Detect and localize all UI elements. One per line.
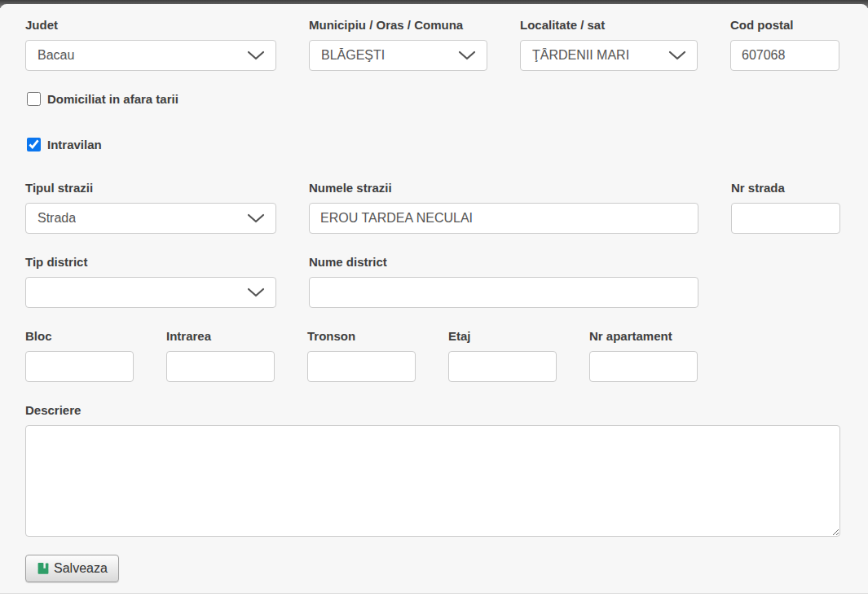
etaj-field: Etaj [448,329,557,382]
nr-apartament-input[interactable] [589,351,698,382]
localitate-field: Localitate / sat ŢÂRDENII MARI [520,18,698,71]
descriere-field: Descriere [25,403,840,537]
numele-strazii-input[interactable] [309,203,698,234]
tipul-strazii-select[interactable]: Strada [25,203,276,234]
chevron-down-icon [668,50,686,60]
district-row: Tip district Nume district [25,255,840,308]
nr-apartament-label: Nr apartament [589,329,698,343]
domiciliat-label: Domiciliat in afara tarii [47,92,178,106]
etaj-input[interactable] [448,351,557,382]
nume-district-label: Nume district [309,255,698,269]
location-row: Judet Bacau Municipiu / Oras / Comuna BL… [25,18,840,71]
tronson-field: Tronson [307,329,416,382]
numele-strazii-label: Numele strazii [309,181,698,195]
save-floppy-icon [37,562,50,575]
nume-district-input[interactable] [309,277,698,308]
cod-postal-label: Cod postal [730,18,839,32]
building-row: Bloc Intrarea Tronson Etaj Nr apartament [25,329,840,382]
tip-district-select[interactable] [25,277,276,308]
intravilan-row: Intravilan [25,138,840,151]
nr-apartament-field: Nr apartament [589,329,698,382]
judet-field: Judet Bacau [25,18,276,71]
bloc-label: Bloc [25,329,134,343]
intrarea-field: Intrarea [166,329,275,382]
tipul-strazii-field: Tipul strazii Strada [25,181,276,234]
numele-strazii-field: Numele strazii [309,181,698,234]
bloc-field: Bloc [25,329,134,382]
municipiu-select[interactable]: BLĂGEŞTI [309,40,487,71]
nr-strada-label: Nr strada [731,181,840,195]
street-row: Tipul strazii Strada Numele strazii Nr s… [25,181,840,234]
intravilan-checkbox[interactable] [27,138,41,151]
municipiu-field: Municipiu / Oras / Comuna BLĂGEŞTI [309,18,487,71]
localitate-select[interactable]: ŢÂRDENII MARI [520,40,698,71]
intrarea-label: Intrarea [166,329,275,343]
save-button[interactable]: Salveaza [25,555,119,582]
descriere-textarea[interactable] [25,425,840,537]
chevron-down-icon [247,288,265,297]
cod-postal-field: Cod postal [730,18,839,71]
etaj-label: Etaj [448,329,557,343]
save-button-label: Salveaza [54,561,108,576]
nume-district-field: Nume district [309,255,698,308]
judet-label: Judet [25,18,276,32]
intrarea-input[interactable] [166,351,275,382]
localitate-select-value: ŢÂRDENII MARI [532,48,629,63]
tronson-label: Tronson [307,329,416,343]
address-form-panel: Judet Bacau Municipiu / Oras / Comuna BL… [0,4,868,594]
descriere-label: Descriere [25,403,840,417]
localitate-label: Localitate / sat [520,18,698,32]
intravilan-label: Intravilan [47,138,102,151]
nr-strada-field: Nr strada [731,181,840,234]
municipiu-select-value: BLĂGEŞTI [321,48,385,63]
tip-district-label: Tip district [25,255,276,269]
chevron-down-icon [247,50,265,60]
chevron-down-icon [458,50,476,60]
judet-select-value: Bacau [37,48,74,63]
nr-strada-input[interactable] [731,203,840,234]
municipiu-label: Municipiu / Oras / Comuna [309,18,487,32]
chevron-down-icon [247,213,265,223]
judet-select[interactable]: Bacau [25,40,276,71]
domiciliat-row: Domiciliat in afara tarii [25,92,840,106]
tronson-input[interactable] [307,351,416,382]
domiciliat-checkbox[interactable] [27,92,41,106]
tipul-strazii-select-value: Strada [37,211,76,226]
tipul-strazii-label: Tipul strazii [25,181,276,195]
bloc-input[interactable] [25,351,134,382]
cod-postal-input[interactable] [730,40,839,71]
tip-district-field: Tip district [25,255,276,308]
